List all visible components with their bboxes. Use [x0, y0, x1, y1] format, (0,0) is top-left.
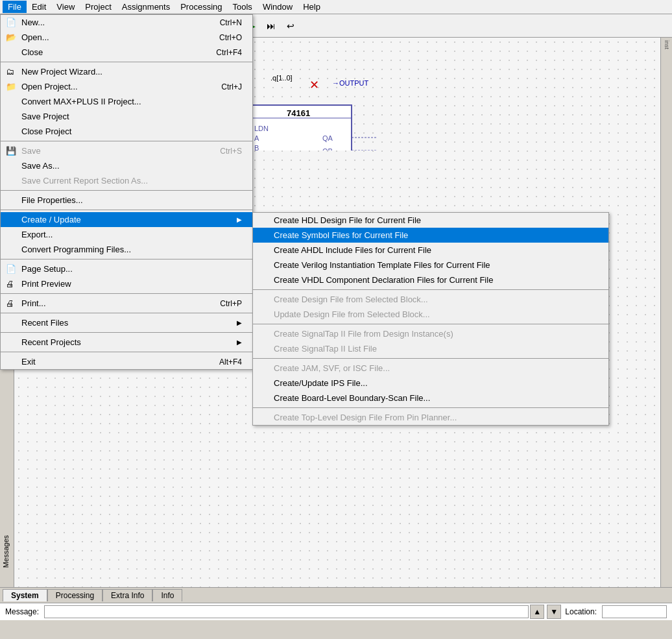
sep-3: [1, 190, 252, 191]
page-setup-label: Page Setup...: [21, 264, 73, 274]
print-preview-label: Print Preview: [21, 279, 71, 289]
sep-9: [1, 352, 252, 352]
menu-print-preview[interactable]: 🖨 Print Preview: [1, 276, 252, 291]
menu-new-project-wizard[interactable]: 🗂 New Project Wizard...: [1, 64, 252, 79]
print-icon: 🖨: [6, 298, 14, 308]
create-ips-label: Create/Update IPS File...: [274, 378, 368, 388]
menu-convert-maxplus[interactable]: Convert MAX+PLUS II Project...: [1, 94, 252, 109]
submenu-create-verilog[interactable]: Create Verilog Instantiation Template Fi…: [253, 258, 608, 272]
menu-new[interactable]: 📄 New... Ctrl+N: [1, 15, 252, 30]
create-signaltap-list-label: Create SignalTap II List File: [274, 344, 377, 354]
wizard-label: New Project Wizard...: [21, 67, 102, 77]
pin-qb: QB: [322, 147, 333, 151]
menu-tools[interactable]: Tools: [228, 1, 258, 13]
menu-help[interactable]: Help: [298, 1, 326, 13]
nav-down-button[interactable]: ▼: [547, 605, 561, 619]
menu-open[interactable]: 📂 Open... Ctrl+O: [1, 30, 252, 45]
save-icon: 💾: [6, 146, 16, 156]
tab-system[interactable]: System: [3, 589, 47, 601]
wizard-icon: 🗂: [6, 67, 14, 77]
location-input[interactable]: [602, 605, 667, 618]
menu-save-report[interactable]: Save Current Report Section As...: [1, 173, 252, 188]
menu-save-project[interactable]: Save Project: [1, 109, 252, 124]
chip-title: 74161: [287, 108, 310, 118]
menu-processing[interactable]: Processing: [175, 1, 227, 13]
submenu-create-signaltap-instance[interactable]: Create SignalTap II File from Design Ins…: [253, 326, 608, 341]
menu-edit[interactable]: Edit: [27, 1, 51, 13]
file-props-label: File Properties...: [21, 195, 83, 205]
save-shortcut: Ctrl+S: [207, 147, 242, 156]
menu-overlay: 📄 New... Ctrl+N 📂 Open... Ctrl+O Close C…: [0, 14, 253, 370]
tab-info[interactable]: Info: [152, 589, 182, 601]
menu-file[interactable]: File: [3, 1, 27, 13]
print-preview-icon: 🖨: [6, 279, 14, 289]
menu-close[interactable]: Close Ctrl+F4: [1, 45, 252, 60]
submenu-create-boundary[interactable]: Create Board-Level Boundary-Scan File...: [253, 391, 608, 405]
menu-close-project[interactable]: Close Project: [1, 124, 252, 139]
submenu-create-toplevel[interactable]: Create Top-Level Design File From Pin Pl…: [253, 410, 608, 425]
submenu-create-ahdl[interactable]: Create AHDL Include Files for Current Fi…: [253, 243, 608, 258]
menu-page-setup[interactable]: 📄 Page Setup...: [1, 261, 252, 276]
menu-create-update[interactable]: Create / Update ▶ Create HDL Design File…: [1, 212, 252, 227]
menu-recent-files[interactable]: Recent Files ▶: [1, 315, 252, 330]
sep-6: [1, 293, 252, 294]
q-signal-text: .q[1..0]: [270, 74, 293, 82]
create-design-label: Create Design File from Selected Block..…: [274, 295, 428, 304]
menu-project[interactable]: Project: [80, 1, 116, 13]
create-signaltap-inst-label: Create SignalTap II File from Design Ins…: [274, 329, 453, 339]
new-label: New...: [21, 18, 45, 27]
recent-projects-arrow-icon: ▶: [237, 339, 242, 346]
menu-save[interactable]: 💾 Save Ctrl+S: [1, 143, 252, 158]
submenu-create-vhdl[interactable]: Create VHDL Component Declaration Files …: [253, 272, 608, 287]
submenu-update-design[interactable]: Update Design File from Selected Block..…: [253, 307, 608, 322]
cross-marker: ✕: [309, 78, 319, 91]
submenu-create-ips[interactable]: Create/Update IPS File...: [253, 376, 608, 391]
create-verilog-label: Create Verilog Instantiation Template Fi…: [274, 260, 490, 270]
menu-exit[interactable]: Exit Alt+F4: [1, 354, 252, 369]
submenu-create-symbol[interactable]: Create Symbol Files for Current File: [253, 228, 608, 243]
sep-2: [1, 141, 252, 141]
open-proj-icon: 📁: [6, 82, 16, 91]
open-icon: 📂: [6, 32, 16, 42]
menu-recent-projects[interactable]: Recent Projects ▶: [1, 335, 252, 350]
back-button[interactable]: ↩: [282, 17, 300, 35]
sub-sep-3: [253, 358, 608, 359]
export-label: Export...: [21, 230, 53, 239]
menu-export[interactable]: Export...: [1, 227, 252, 242]
tab-extra-info[interactable]: Extra Info: [102, 589, 152, 601]
sep-1: [1, 62, 252, 62]
submenu-create-jam[interactable]: Create JAM, SVF, or ISC File...: [253, 361, 608, 376]
statusbar: System Processing Extra Info Info Messag…: [0, 587, 672, 620]
exit-label: Exit: [21, 357, 36, 367]
message-input[interactable]: [44, 605, 529, 618]
menu-file-properties[interactable]: File Properties...: [1, 193, 252, 208]
right-sidebar: inst: [660, 38, 672, 587]
menu-window[interactable]: Window: [258, 1, 298, 13]
menu-open-project[interactable]: 📁 Open Project... Ctrl+J: [1, 79, 252, 94]
close-label: Close: [21, 47, 43, 57]
submenu-create-design[interactable]: Create Design File from Selected Block..…: [253, 292, 608, 307]
nav-up-button[interactable]: ▲: [530, 605, 544, 619]
menu-convert-prog[interactable]: Convert Programming Files...: [1, 242, 252, 257]
pin-ldn: LDN: [254, 125, 269, 132]
sep-4: [1, 210, 252, 210]
create-update-label: Create / Update: [21, 215, 81, 224]
menu-assignments[interactable]: Assignments: [117, 1, 175, 13]
create-vhdl-label: Create VHDL Component Declaration Files …: [274, 275, 493, 285]
create-update-submenu: Create HDL Design File for Current File …: [252, 212, 609, 426]
sub-sep-4: [253, 407, 608, 408]
message-label: Message:: [5, 607, 39, 616]
step-button[interactable]: ⏭: [262, 17, 280, 35]
convert-prog-label: Convert Programming Files...: [21, 245, 131, 254]
menu-view[interactable]: View: [51, 1, 80, 13]
close-shortcut: Ctrl+F4: [203, 48, 242, 57]
menu-save-as[interactable]: Save As...: [1, 158, 252, 173]
menubar: File Edit View Project Assignments Proce…: [0, 0, 672, 14]
menu-print[interactable]: 🖨 Print... Ctrl+P: [1, 296, 252, 311]
exit-shortcut: Alt+F4: [206, 357, 242, 367]
submenu-create-hdl[interactable]: Create HDL Design File for Current File: [253, 213, 608, 228]
new-shortcut: Ctrl+N: [207, 18, 242, 27]
submenu-create-signaltap-list[interactable]: Create SignalTap II List File: [253, 341, 608, 356]
tab-processing[interactable]: Processing: [47, 589, 102, 601]
pin-qa: QA: [322, 134, 333, 142]
